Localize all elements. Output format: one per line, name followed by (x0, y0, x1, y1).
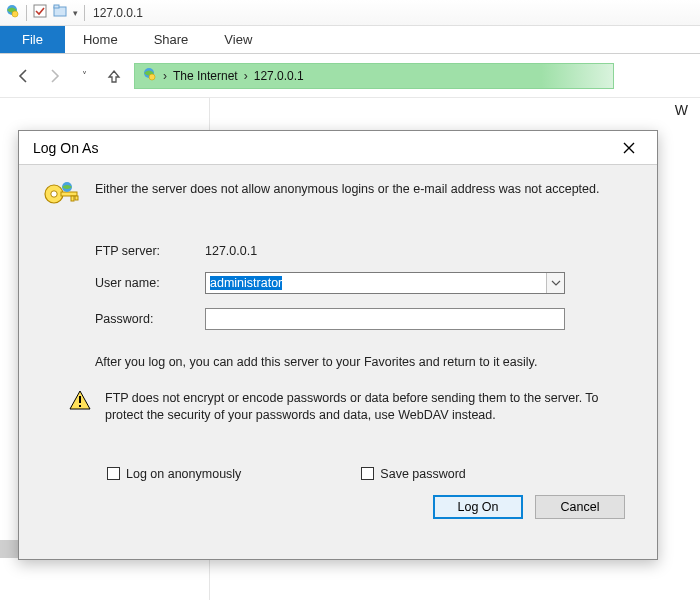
breadcrumb-root[interactable]: The Internet (173, 69, 238, 83)
qat-properties-icon[interactable] (33, 4, 47, 21)
key-icon (41, 181, 81, 222)
favorites-note: After you log on, you can add this serve… (95, 354, 635, 372)
save-password-label: Save password (380, 467, 465, 481)
chevron-right-icon: › (163, 69, 167, 83)
username-combobox[interactable] (205, 272, 565, 294)
qat-newfolder-icon[interactable] (53, 4, 67, 21)
content-area: W Log On As (0, 98, 700, 600)
svg-rect-11 (75, 196, 78, 200)
dialog-body: Either the server does not allow anonymo… (19, 165, 657, 559)
window-title: 127.0.0.1 (93, 6, 143, 20)
close-button[interactable] (611, 136, 647, 160)
back-button[interactable] (14, 66, 34, 86)
chevron-right-icon: › (244, 69, 248, 83)
address-bar-area: ˅ › The Internet › 127.0.0.1 (0, 54, 700, 98)
tab-file[interactable]: File (0, 26, 65, 53)
ftp-server-label: FTP server: (95, 244, 205, 258)
app-icon (4, 3, 20, 22)
warning-icon (69, 390, 91, 413)
anonymous-checkbox[interactable]: Log on anonymously (107, 467, 241, 481)
checkbox-box[interactable] (361, 467, 374, 480)
breadcrumb-current[interactable]: 127.0.0.1 (254, 69, 304, 83)
svg-rect-13 (79, 396, 81, 403)
dialog-titlebar: Log On As (19, 131, 657, 165)
forward-button[interactable] (44, 66, 64, 86)
dialog-message: Either the server does not allow anonymo… (95, 181, 635, 199)
chevron-down-icon[interactable] (546, 273, 564, 293)
svg-point-1 (12, 11, 18, 17)
anonymous-label: Log on anonymously (126, 467, 241, 481)
password-label: Password: (95, 312, 205, 326)
checkbox-box[interactable] (107, 467, 120, 480)
password-input[interactable] (205, 308, 565, 330)
logon-button[interactable]: Log On (433, 495, 523, 519)
svg-rect-4 (54, 5, 59, 8)
svg-rect-10 (71, 196, 74, 201)
tab-home[interactable]: Home (65, 26, 136, 53)
svg-rect-2 (34, 5, 46, 17)
logon-dialog: Log On As Either the (18, 130, 658, 560)
svg-rect-9 (61, 192, 77, 196)
location-icon (141, 66, 157, 85)
separator (26, 5, 27, 21)
quick-access-toolbar: ▾ 127.0.0.1 (0, 0, 700, 26)
tab-view[interactable]: View (206, 26, 270, 53)
ftp-server-value: 127.0.0.1 (205, 244, 565, 258)
up-button[interactable] (104, 66, 124, 86)
svg-point-8 (51, 191, 57, 197)
cancel-button[interactable]: Cancel (535, 495, 625, 519)
warning-text: FTP does not encrypt or encode passwords… (105, 390, 635, 425)
tab-share[interactable]: Share (136, 26, 207, 53)
address-bar[interactable]: › The Internet › 127.0.0.1 (134, 63, 614, 89)
save-password-checkbox[interactable]: Save password (361, 467, 465, 481)
recent-locations-dropdown[interactable]: ˅ (74, 66, 94, 86)
ribbon-tabs: File Home Share View (0, 26, 700, 54)
username-input[interactable] (206, 273, 544, 293)
dialog-title: Log On As (33, 140, 98, 156)
svg-point-6 (149, 74, 155, 80)
stray-letter: W (675, 102, 688, 118)
separator (84, 5, 85, 21)
svg-rect-14 (79, 405, 81, 407)
qat-dropdown-icon[interactable]: ▾ (73, 8, 78, 18)
username-label: User name: (95, 276, 205, 290)
